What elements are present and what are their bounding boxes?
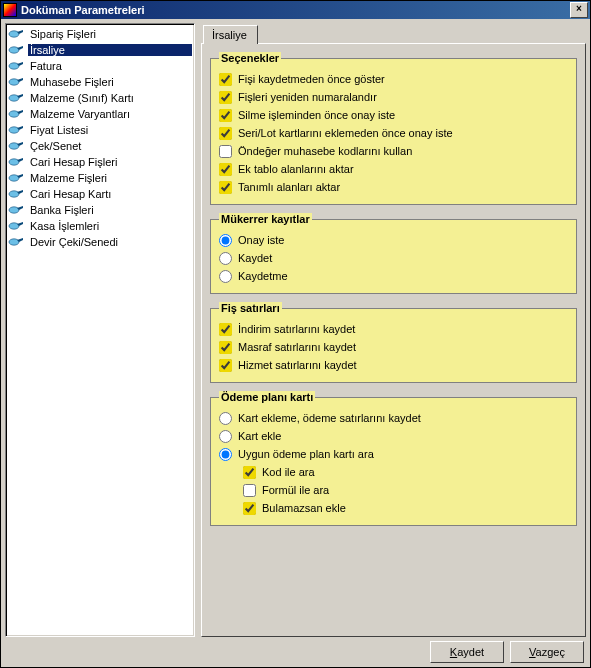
checkbox-input[interactable] [243, 466, 256, 479]
svg-point-10 [9, 191, 19, 197]
sidebar-item[interactable]: Malzeme (Sınıf) Kartı [8, 90, 192, 106]
svg-point-3 [9, 79, 19, 85]
option-label: Kart ekle [238, 430, 281, 442]
option-row[interactable]: Hizmet satırlarını kaydet [219, 356, 568, 374]
option-label: İndirim satırlarını kaydet [238, 323, 355, 335]
option-row[interactable]: Tanımlı alanları aktar [219, 178, 568, 196]
document-icon [8, 107, 24, 121]
option-row[interactable]: Kart ekleme, ödeme satırlarını kaydet [219, 409, 568, 427]
sidebar-item[interactable]: Malzeme Fişleri [8, 170, 192, 186]
option-row[interactable]: Kart ekle [219, 427, 568, 445]
cancel-button[interactable]: Vazgeç [510, 641, 584, 663]
option-row[interactable]: Onay iste [219, 231, 568, 249]
sidebar-item-label: Banka Fişleri [28, 204, 192, 216]
option-row[interactable]: Silme işleminden önce onay iste [219, 106, 568, 124]
checkbox-input[interactable] [219, 109, 232, 122]
tab-panel: Seçenekler Fişi kaydetmeden önce gösterF… [201, 43, 586, 637]
svg-point-4 [9, 95, 19, 101]
svg-point-13 [9, 239, 19, 245]
sidebar-item[interactable]: Devir Çeki/Senedi [8, 234, 192, 250]
option-label: Formül ile ara [262, 484, 329, 496]
checkbox-input[interactable] [243, 502, 256, 515]
sidebar-item[interactable]: Çek/Senet [8, 138, 192, 154]
document-icon [8, 203, 24, 217]
option-row[interactable]: Fişi kaydetmeden önce göster [219, 70, 568, 88]
checkbox-input[interactable] [219, 145, 232, 158]
option-row[interactable]: Formül ile ara [219, 481, 568, 499]
option-label: Hizmet satırlarını kaydet [238, 359, 357, 371]
sidebar-item-label: Kasa İşlemleri [28, 220, 192, 232]
sidebar-item-label: Cari Hesap Fişleri [28, 156, 192, 168]
sidebar-item[interactable]: İrsaliye [8, 42, 192, 58]
option-label: Kaydetme [238, 270, 288, 282]
checkbox-input[interactable] [219, 359, 232, 372]
option-row[interactable]: Kaydet [219, 249, 568, 267]
document-icon [8, 27, 24, 41]
option-row[interactable]: Ek tablo alanlarını aktar [219, 160, 568, 178]
option-label: Masraf satırlarını kaydet [238, 341, 356, 353]
sidebar-item[interactable]: Kasa İşlemleri [8, 218, 192, 234]
sidebar-item-label: Fiyat Listesi [28, 124, 192, 136]
sidebar-item[interactable]: Cari Hesap Kartı [8, 186, 192, 202]
option-row[interactable]: Seri/Lot kartlarını eklemeden önce onay … [219, 124, 568, 142]
option-row[interactable]: Bulamazsan ekle [219, 499, 568, 517]
svg-point-0 [9, 31, 19, 37]
option-label: Seri/Lot kartlarını eklemeden önce onay … [238, 127, 453, 139]
app-icon [3, 3, 17, 17]
checkbox-input[interactable] [243, 484, 256, 497]
group-secenekler: Seçenekler Fişi kaydetmeden önce gösterF… [210, 52, 577, 205]
radio-input[interactable] [219, 234, 232, 247]
option-row[interactable]: Masraf satırlarını kaydet [219, 338, 568, 356]
option-label: Tanımlı alanları aktar [238, 181, 340, 193]
svg-point-11 [9, 207, 19, 213]
sidebar-item-label: Malzeme (Sınıf) Kartı [28, 92, 192, 104]
tab-irsaliye[interactable]: İrsaliye [203, 25, 258, 44]
sidebar-item[interactable]: Banka Fişleri [8, 202, 192, 218]
sidebar-item-label: Cari Hesap Kartı [28, 188, 192, 200]
radio-input[interactable] [219, 430, 232, 443]
group-secenekler-title: Seçenekler [219, 52, 281, 64]
option-row[interactable]: İndirim satırlarını kaydet [219, 320, 568, 338]
checkbox-input[interactable] [219, 181, 232, 194]
checkbox-input[interactable] [219, 127, 232, 140]
sidebar-item[interactable]: Cari Hesap Fişleri [8, 154, 192, 170]
checkbox-input[interactable] [219, 323, 232, 336]
sidebar-item-label: Fatura [28, 60, 192, 72]
checkbox-input[interactable] [219, 73, 232, 86]
radio-input[interactable] [219, 252, 232, 265]
option-row[interactable]: Öndeğer muhasebe kodlarını kullan [219, 142, 568, 160]
sidebar-item[interactable]: Malzeme Varyantları [8, 106, 192, 122]
checkbox-input[interactable] [219, 163, 232, 176]
checkbox-input[interactable] [219, 91, 232, 104]
option-row[interactable]: Kod ile ara [219, 463, 568, 481]
sidebar-item[interactable]: Muhasebe Fişleri [8, 74, 192, 90]
save-button[interactable]: Kaydet [430, 641, 504, 663]
sidebar-item-label: Çek/Senet [28, 140, 192, 152]
radio-input[interactable] [219, 270, 232, 283]
document-icon [8, 139, 24, 153]
group-mukerrer: Mükerrer kayıtlar Onay isteKaydetKaydetm… [210, 213, 577, 294]
window: Doküman Parametreleri × Sipariş Fişleriİ… [0, 0, 591, 668]
option-label: Ek tablo alanlarını aktar [238, 163, 354, 175]
option-row[interactable]: Kaydetme [219, 267, 568, 285]
sidebar-item-label: Malzeme Varyantları [28, 108, 192, 120]
group-mukerrer-title: Mükerrer kayıtlar [219, 213, 312, 225]
document-icon [8, 75, 24, 89]
option-label: Fişleri yeniden numaralandır [238, 91, 377, 103]
sidebar-item[interactable]: Sipariş Fişleri [8, 26, 192, 42]
svg-point-8 [9, 159, 19, 165]
option-label: Kaydet [238, 252, 272, 264]
option-row[interactable]: Uygun ödeme plan kartı ara [219, 445, 568, 463]
group-fis-satirlari-title: Fiş satırları [219, 302, 282, 314]
option-label: Kod ile ara [262, 466, 315, 478]
window-title: Doküman Parametreleri [21, 4, 570, 16]
sidebar-item-label: Sipariş Fişleri [28, 28, 192, 40]
option-row[interactable]: Fişleri yeniden numaralandır [219, 88, 568, 106]
sidebar-item[interactable]: Fiyat Listesi [8, 122, 192, 138]
radio-input[interactable] [219, 412, 232, 425]
close-button[interactable]: × [570, 2, 588, 18]
checkbox-input[interactable] [219, 341, 232, 354]
sidebar-item[interactable]: Fatura [8, 58, 192, 74]
radio-input[interactable] [219, 448, 232, 461]
content-area: İrsaliye Seçenekler Fişi kaydetmeden önc… [201, 23, 586, 637]
